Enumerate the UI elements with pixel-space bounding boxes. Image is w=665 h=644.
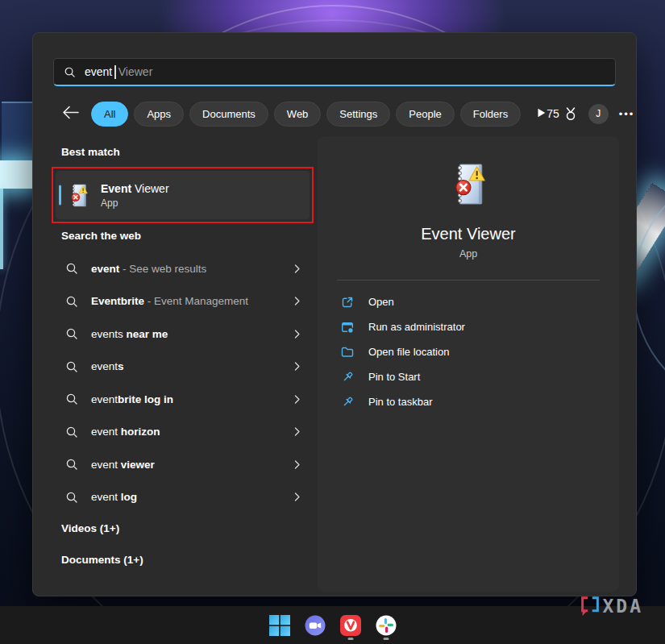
suggestion-text: Eventbrite - Event Management bbox=[91, 295, 248, 307]
taskbar-windows-button[interactable] bbox=[268, 609, 291, 642]
search-icon bbox=[64, 66, 76, 78]
suggestion-text: event log bbox=[91, 491, 137, 503]
action-label: Open file location bbox=[368, 346, 449, 358]
pin-to-taskbar-icon bbox=[341, 396, 354, 409]
running-indicator bbox=[347, 638, 353, 640]
chevron-right-icon bbox=[292, 361, 302, 372]
filter-tab-documents[interactable]: Documents bbox=[189, 102, 268, 127]
back-button[interactable] bbox=[62, 105, 80, 123]
more-options-button[interactable]: ••• bbox=[619, 108, 635, 120]
preview-actions: OpenRun as administratorOpen file locati… bbox=[318, 280, 619, 414]
wallpaper-neon-rectangle bbox=[2, 102, 32, 163]
best-match-result[interactable]: Event Viewer App bbox=[56, 171, 310, 219]
web-suggestion-row[interactable]: event viewer bbox=[52, 448, 314, 481]
search-icon bbox=[65, 327, 78, 340]
best-match-header: Best match bbox=[61, 146, 120, 158]
web-suggestion-row[interactable]: Eventbrite - Event Management bbox=[52, 285, 314, 318]
search-the-web-header: Search the web bbox=[61, 230, 141, 242]
vivaldi-icon bbox=[340, 615, 361, 636]
web-suggestion-row[interactable]: events near me bbox=[52, 318, 314, 351]
search-icon bbox=[65, 295, 78, 308]
back-arrow-icon bbox=[62, 106, 80, 119]
suggestion-text: eventbrite log in bbox=[91, 393, 173, 405]
open-file-location-icon bbox=[341, 346, 354, 359]
filter-tab-apps[interactable]: Apps bbox=[134, 102, 184, 127]
filter-bar: AllAppsDocumentsWebSettingsPeopleFolders… bbox=[62, 101, 620, 127]
action-label: Pin to taskbar bbox=[368, 396, 433, 408]
taskbar-slack-button[interactable] bbox=[375, 609, 397, 642]
selection-accent bbox=[59, 185, 61, 206]
filter-tab-settings[interactable]: Settings bbox=[326, 102, 390, 127]
rewards-medal-icon bbox=[563, 106, 578, 121]
taskbar-chat-button[interactable] bbox=[304, 609, 326, 642]
chevron-right-icon bbox=[292, 329, 302, 339]
filter-tab-folders[interactable]: Folders bbox=[460, 102, 521, 127]
web-suggestion-row[interactable]: events bbox=[52, 351, 314, 384]
suggestion-text: event - See web results bbox=[91, 263, 206, 275]
videos-section-header: Videos (1+) bbox=[61, 522, 119, 534]
web-suggestion-row[interactable]: event log bbox=[52, 481, 314, 514]
action-open[interactable]: Open bbox=[341, 289, 600, 314]
run-as-admin-icon bbox=[341, 321, 354, 334]
action-run-as-administrator[interactable]: Run as administrator bbox=[341, 314, 600, 339]
documents-section-header: Documents (1+) bbox=[61, 554, 143, 566]
preview-subtitle: App bbox=[459, 248, 477, 260]
slack-icon bbox=[376, 615, 397, 636]
chevron-right-icon bbox=[292, 394, 302, 405]
xda-brackets-icon bbox=[578, 594, 602, 618]
event-viewer-icon-large bbox=[449, 160, 488, 208]
suggestion-text: event horizon bbox=[91, 426, 160, 438]
taskbar-vivaldi-button[interactable] bbox=[339, 609, 362, 642]
header-right-cluster: 75 J ••• bbox=[547, 104, 634, 124]
action-pin-to-start[interactable]: Pin to Start bbox=[341, 364, 600, 389]
avatar-initial: J bbox=[596, 108, 601, 119]
search-icon bbox=[65, 458, 78, 471]
chevron-right-icon bbox=[292, 459, 302, 470]
chat-icon bbox=[305, 615, 326, 636]
windows-icon bbox=[269, 615, 290, 636]
event-viewer-icon bbox=[68, 182, 89, 209]
user-avatar[interactable]: J bbox=[588, 104, 609, 124]
search-typed-text: event bbox=[85, 65, 112, 78]
chevron-right-icon bbox=[292, 426, 302, 437]
web-suggestion-row[interactable]: event - See web results bbox=[52, 252, 314, 285]
action-pin-to-taskbar[interactable]: Pin to taskbar bbox=[341, 389, 600, 414]
chevron-right-icon bbox=[292, 492, 302, 502]
xda-watermark: XDA bbox=[578, 594, 643, 618]
web-suggestion-row[interactable]: event horizon bbox=[52, 416, 314, 449]
wallpaper-neon-line bbox=[0, 189, 3, 269]
play-icon bbox=[535, 107, 547, 118]
wallpaper-neon-band-left bbox=[0, 160, 32, 189]
search-icon bbox=[65, 360, 78, 373]
text-cursor bbox=[114, 65, 116, 79]
filter-tabs: AllAppsDocumentsWebSettingsPeopleFolders bbox=[91, 102, 521, 127]
taskbar bbox=[0, 606, 665, 644]
filter-tab-web[interactable]: Web bbox=[274, 102, 322, 127]
best-match-title: Event Viewer bbox=[101, 182, 169, 195]
rewards-points: 75 bbox=[547, 107, 559, 120]
preview-title: Event Viewer bbox=[421, 225, 515, 243]
chevron-right-icon bbox=[292, 264, 302, 274]
suggestion-text: events near me bbox=[91, 328, 168, 340]
search-icon bbox=[65, 426, 78, 438]
web-suggestion-row[interactable]: eventbrite log in bbox=[52, 383, 314, 416]
action-label: Run as administrator bbox=[368, 321, 465, 333]
search-icon bbox=[65, 262, 78, 275]
search-flyout-panel: eventViewer AllAppsDocumentsWebSettingsP… bbox=[32, 32, 637, 596]
filter-tab-people[interactable]: People bbox=[396, 102, 454, 127]
suggestion-text: event viewer bbox=[91, 459, 155, 471]
best-match-subtitle: App bbox=[101, 197, 169, 209]
scroll-filters-button[interactable] bbox=[535, 107, 547, 120]
filter-tab-all[interactable]: All bbox=[91, 102, 128, 127]
chevron-right-icon bbox=[292, 296, 302, 306]
rewards-button[interactable]: 75 bbox=[547, 106, 578, 121]
action-label: Pin to Start bbox=[368, 371, 420, 383]
result-preview-panel: Event Viewer App OpenRun as administrato… bbox=[318, 136, 619, 592]
action-open-file-location[interactable]: Open file location bbox=[341, 339, 600, 364]
search-input[interactable]: eventViewer bbox=[53, 58, 616, 86]
pin-to-start-icon bbox=[341, 371, 354, 384]
annotation-box: Event Viewer App bbox=[52, 167, 314, 223]
best-match-text: Event Viewer App bbox=[101, 182, 169, 209]
xda-text: XDA bbox=[602, 596, 643, 617]
search-icon bbox=[65, 393, 78, 405]
